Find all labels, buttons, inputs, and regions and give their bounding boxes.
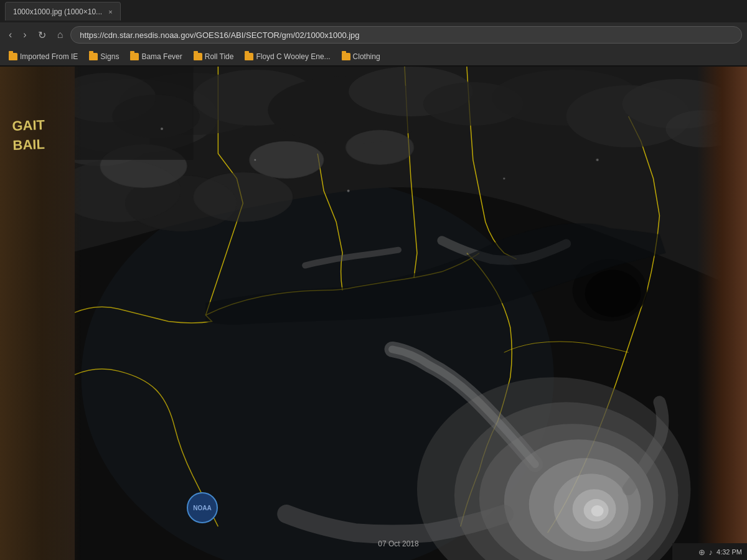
side-text-line1: GAIT (12, 116, 45, 136)
svg-point-29 (585, 270, 641, 317)
screen-photo: GAIT BAIL (0, 67, 747, 560)
folder-icon (342, 53, 350, 60)
svg-point-37 (596, 159, 599, 161)
bookmark-roll-tide[interactable]: Roll Tide (189, 51, 239, 62)
bookmark-bama-fever[interactable]: Bama Fever (125, 51, 187, 62)
address-bar[interactable]: https://cdn.star.nesdis.noaa.gov/GOES16/… (70, 26, 742, 44)
url-text: https://cdn.star.nesdis.noaa.gov/GOES16/… (80, 30, 359, 40)
bookmark-label: Bama Fever (141, 52, 182, 61)
refresh-button[interactable]: ↻ (34, 27, 50, 44)
bookmark-label: Floyd C Wooley Ene... (256, 52, 330, 61)
svg-point-36 (503, 177, 505, 179)
date-stamp: 07 Oct 2018 (378, 539, 418, 548)
folder-icon (89, 53, 98, 60)
svg-point-18 (345, 130, 414, 165)
noaa-badge: NOAA (187, 492, 218, 523)
back-button[interactable]: ‹ (5, 27, 16, 43)
bookmark-floyd-wooley[interactable]: Floyd C Wooley Ene... (240, 51, 335, 62)
browser-chrome: 1000x1000.jpg (1000×10... × ‹ › ↻ ⌂ http… (0, 0, 747, 67)
side-notepad-text: GAIT BAIL (12, 116, 46, 155)
side-text-line2: BAIL (12, 135, 46, 156)
forward-button[interactable]: › (19, 27, 30, 43)
home-button[interactable]: ⌂ (54, 27, 67, 43)
tab-bar: 1000x1000.jpg (1000×10... × (0, 0, 747, 22)
satellite-image (75, 67, 722, 560)
tab-close-button[interactable]: × (108, 8, 112, 16)
volume-icon: ♪ (709, 548, 713, 557)
svg-point-15 (193, 172, 293, 222)
date-text: 07 Oct 2018 (378, 539, 418, 548)
bookmark-signs[interactable]: Signs (84, 51, 124, 62)
bookmark-label: Clothing (353, 52, 380, 61)
folder-icon (130, 53, 139, 60)
bookmark-imported-from-ie[interactable]: Imported From IE (4, 51, 83, 62)
noaa-logo: NOAA (187, 492, 218, 523)
folder-icon (194, 53, 202, 60)
address-bar-row: ‹ › ↻ ⌂ https://cdn.star.nesdis.noaa.gov… (0, 22, 747, 47)
folder-icon (245, 53, 253, 60)
svg-point-17 (249, 141, 324, 179)
wifi-icon: ⊕ (698, 548, 705, 557)
svg-point-34 (255, 159, 256, 161)
ambient-right (697, 67, 747, 560)
bookmark-clothing[interactable]: Clothing (337, 51, 385, 62)
system-tray: ⊕ ♪ 4:32 PM (672, 543, 747, 560)
svg-point-32 (113, 95, 200, 138)
svg-point-27 (591, 505, 604, 516)
laptop-screen: NOAA 07 Oct 2018 (75, 67, 722, 560)
noaa-text: NOAA (193, 505, 211, 511)
svg-point-35 (347, 190, 350, 192)
system-time: 4:32 PM (716, 548, 742, 556)
bookmark-label: Imported From IE (20, 52, 78, 61)
bookmark-label: Signs (100, 52, 119, 61)
tab-title: 1000x1000.jpg (1000×10... (13, 7, 102, 16)
active-tab[interactable]: 1000x1000.jpg (1000×10... × (5, 2, 121, 21)
bookmark-label: Roll Tide (205, 52, 234, 61)
svg-point-33 (161, 128, 163, 130)
folder-icon (9, 53, 17, 60)
bookmarks-bar: Imported From IE Signs Bama Fever Roll T… (0, 47, 747, 66)
